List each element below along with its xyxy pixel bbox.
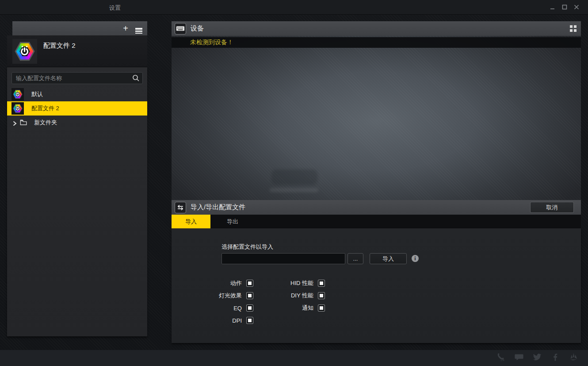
option-label: EQ [172, 305, 242, 312]
checkbox-hid-performance[interactable] [318, 280, 325, 287]
tab-export[interactable]: 导出 [210, 215, 255, 228]
option-row: DIY 性能 [243, 292, 325, 299]
profile-logo-icon [15, 41, 35, 62]
option-label: 动作 [172, 279, 242, 287]
transfer-arrows-icon [175, 202, 186, 213]
add-profile-button[interactable]: + [122, 24, 130, 32]
option-label: DPI [172, 317, 242, 324]
search-input[interactable] [11, 72, 143, 84]
list-item-label: 配置文件 2 [31, 104, 59, 112]
minimize-button[interactable] [549, 4, 556, 11]
bottom-bar: 24 [0, 350, 588, 366]
maximize-button[interactable] [561, 4, 568, 11]
twitter-icon[interactable] [532, 352, 542, 362]
profile-search [11, 72, 143, 84]
browse-button[interactable]: ... [347, 253, 363, 264]
folder-icon [20, 119, 28, 126]
list-item-label: 新文件夹 [34, 119, 57, 127]
option-label: 通知 [243, 304, 313, 312]
info-icon[interactable]: i [412, 255, 419, 262]
profile-list: 默认 配置文件 2 [7, 87, 147, 130]
search-icon[interactable] [132, 74, 140, 82]
sidebar-toolbar: + [12, 21, 147, 35]
import-tab-content: 选择配置文件以导入 ... 导入 i 动作 灯光效果 EQ DPI HID 性能… [172, 228, 581, 343]
corsair-logo-icon[interactable] [569, 352, 578, 362]
option-row: 通知 [243, 304, 325, 312]
device-warning-strip: 未检测到设备！ [172, 37, 581, 48]
profile-icon-box [11, 88, 24, 100]
option-label: 灯光效果 [172, 292, 242, 300]
import-export-header: 导入/导出配置文件 取消 [172, 200, 581, 215]
titlebar: 设置 [0, 0, 588, 15]
checkbox-diy-performance[interactable] [318, 292, 325, 299]
tab-import[interactable]: 导入 [172, 215, 210, 228]
chat-icon[interactable] [514, 352, 524, 362]
option-row: 动作 [172, 280, 253, 287]
list-item-profile-2-selected[interactable]: 配置文件 2 [7, 101, 147, 116]
profile-avatar [12, 39, 37, 64]
option-row: EQ [172, 304, 253, 312]
profile-hex-icon [13, 104, 23, 113]
chevron-right-icon[interactable] [12, 120, 17, 125]
window-title: 设置 [109, 4, 121, 12]
grid-view-icon[interactable] [570, 25, 577, 32]
import-export-title: 导入/导出配置文件 [191, 203, 245, 212]
option-label: HID 性能 [243, 279, 313, 287]
profile-menu-button[interactable] [135, 24, 143, 32]
app-window: 设置 + [0, 0, 588, 366]
profile-path-input[interactable] [221, 253, 345, 264]
list-item-default-profile[interactable]: 默认 [7, 87, 147, 101]
sidebar: 默认 配置文件 2 [7, 67, 147, 336]
list-item-new-folder[interactable]: 新文件夹 [7, 116, 147, 130]
keyboard-icon [175, 23, 186, 35]
device-panel-body: 未检测到设备！ [172, 36, 581, 200]
no-device-warning: 未检测到设备！ [190, 39, 233, 46]
profile-header: 配置文件 2 [7, 35, 147, 67]
watermark [268, 169, 321, 195]
checkbox-dpi[interactable] [246, 317, 253, 324]
profile-icon-box [11, 102, 24, 115]
profile-hex-icon [13, 89, 23, 99]
window-controls [549, 4, 580, 11]
import-button[interactable]: 导入 [370, 253, 407, 264]
active-profile-title: 配置文件 2 [43, 42, 76, 50]
import-export-tabbar: 导入 导出 [172, 215, 581, 228]
select-profile-label: 选择配置文件以导入 [221, 243, 273, 251]
checkbox-notifications[interactable] [318, 304, 325, 312]
option-label: DIY 性能 [243, 292, 313, 300]
option-row: HID 性能 [243, 280, 325, 287]
phone-support-24-icon[interactable]: 24 [496, 352, 506, 362]
social-links: 24 [496, 352, 578, 362]
option-row: DPI [172, 317, 253, 324]
facebook-icon[interactable] [550, 352, 560, 362]
device-panel-header: 设备 [172, 21, 581, 36]
svg-text:24: 24 [500, 358, 504, 362]
device-panel-title: 设备 [191, 24, 204, 33]
option-row: 灯光效果 [172, 292, 253, 299]
list-item-label: 默认 [31, 90, 43, 98]
close-button[interactable] [573, 4, 580, 11]
cancel-button[interactable]: 取消 [530, 202, 574, 213]
